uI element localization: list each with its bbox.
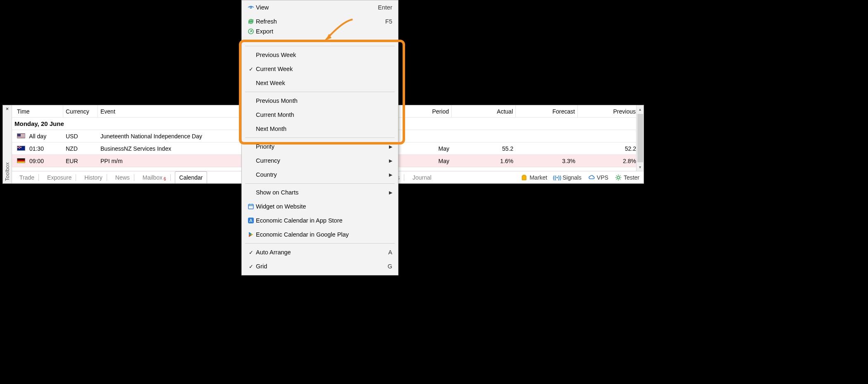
col-currency[interactable]: Currency — [63, 105, 98, 117]
scroll-down-icon[interactable]: ▾ — [639, 163, 641, 171]
tab-calendar[interactable]: Calendar — [175, 171, 207, 183]
menu-app-store[interactable]: A Economic Calendar in App Store — [242, 213, 398, 228]
menu-previous-week-label: Previous Week — [256, 52, 392, 58]
menu-separator — [245, 137, 395, 138]
cell-actual: 55.2 — [452, 145, 516, 152]
tab-history[interactable]: History — [80, 171, 111, 183]
market-icon — [521, 174, 527, 181]
googleplay-icon — [246, 231, 256, 238]
cell-previous: 52.2 — [578, 145, 639, 152]
status-signals[interactable]: ((•)) Signals — [554, 174, 582, 181]
menu-auto-arrange-label: Auto Arrange — [256, 249, 388, 256]
col-previous[interactable]: Previous — [578, 105, 639, 117]
status-vps-label: VPS — [597, 174, 608, 181]
menu-currency[interactable]: Currency ▶ — [242, 154, 398, 168]
tab-mailbox[interactable]: Mailbox 6 — [138, 171, 175, 183]
menu-currency-label: Currency — [256, 157, 389, 164]
status-market-label: Market — [529, 174, 547, 181]
menu-current-month-label: Current Month — [256, 111, 392, 118]
menu-priority[interactable]: Priority ▶ — [242, 140, 398, 154]
menu-widget-label: Widget on Website — [256, 203, 392, 210]
tab-trade[interactable]: Trade — [15, 171, 43, 183]
menu-grid[interactable]: ✓ Grid G — [242, 259, 398, 273]
menu-separator — [245, 183, 395, 184]
calendar-icon — [246, 203, 256, 210]
menu-country[interactable]: Country ▶ — [242, 168, 398, 182]
status-signals-label: Signals — [563, 174, 582, 181]
toolbox-header: × Toolbox — [3, 105, 12, 183]
menu-separator — [245, 46, 395, 46]
flag-us-icon — [17, 133, 25, 138]
cell-time: All day — [14, 133, 63, 140]
svg-line-5 — [616, 175, 617, 176]
menu-view[interactable]: View Enter — [242, 0, 398, 14]
menu-previous-month-label: Previous Month — [256, 97, 392, 104]
col-time[interactable]: Time — [14, 105, 63, 117]
eye-icon — [246, 4, 256, 11]
status-tester-label: Tester — [624, 174, 639, 181]
flag-nz-icon — [17, 146, 25, 151]
menu-next-month[interactable]: Next Month — [242, 122, 398, 136]
svg-point-9 — [250, 7, 252, 8]
cell-forecast: 3.3% — [516, 158, 578, 164]
cell-currency: EUR — [63, 158, 98, 164]
vertical-scrollbar[interactable]: ▴ ▾ — [636, 105, 644, 171]
mailbox-badge: 6 — [164, 177, 166, 181]
svg-point-0 — [617, 176, 620, 179]
menu-separator — [245, 243, 395, 244]
flag-de-icon — [17, 158, 25, 163]
menu-export[interactable]: Export — [242, 28, 398, 38]
time-value: All day — [29, 133, 46, 140]
check-icon: ✓ — [246, 249, 256, 256]
menu-refresh-shortcut: F5 — [385, 18, 392, 25]
menu-auto-arrange-shortcut: A — [388, 249, 392, 256]
col-period[interactable]: Period — [390, 105, 452, 117]
status-tester[interactable]: Tester — [615, 174, 639, 181]
previous-value: 52.2 — [625, 145, 636, 152]
menu-current-week-label: Current Week — [256, 66, 392, 72]
tab-journal[interactable]: Journal — [408, 171, 436, 183]
check-icon: ✓ — [246, 263, 256, 270]
menu-current-month[interactable]: Current Month — [242, 108, 398, 122]
menu-separator — [245, 92, 395, 92]
cell-actual: 1.6% — [452, 158, 516, 164]
scroll-thumb[interactable] — [637, 114, 643, 162]
menu-grid-shortcut: G — [388, 263, 392, 270]
submenu-arrow-icon: ▶ — [389, 172, 392, 178]
context-menu: View Enter Refresh F5 Export Previous We… — [241, 0, 398, 275]
menu-google-play[interactable]: Economic Calendar in Google Play — [242, 228, 398, 242]
svg-line-8 — [620, 175, 620, 176]
menu-current-week[interactable]: ✓ Current Week — [242, 62, 398, 76]
svg-line-6 — [620, 179, 620, 180]
menu-previous-month[interactable]: Previous Month — [242, 94, 398, 108]
tab-news[interactable]: News — [111, 171, 138, 183]
cell-time: 01:30 — [14, 145, 63, 152]
close-icon[interactable]: × — [6, 105, 9, 112]
col-actual[interactable]: Actual — [452, 105, 516, 117]
submenu-arrow-icon: ▶ — [389, 158, 392, 164]
menu-app-store-label: Economic Calendar in App Store — [256, 217, 392, 224]
menu-widget-on-website[interactable]: Widget on Website — [242, 199, 398, 213]
appstore-icon: A — [246, 217, 256, 224]
export-icon — [246, 28, 256, 35]
gear-icon — [615, 174, 622, 181]
panel-title: Toolbox — [5, 162, 10, 181]
menu-next-week[interactable]: Next Week — [242, 76, 398, 90]
refresh-icon — [246, 18, 256, 25]
scroll-up-icon[interactable]: ▴ — [639, 105, 641, 113]
status-bar: Market ((•)) Signals VPS Tester — [521, 171, 644, 183]
menu-auto-arrange[interactable]: ✓ Auto Arrange A — [242, 245, 398, 259]
svg-rect-11 — [248, 204, 253, 209]
status-market[interactable]: Market — [521, 174, 547, 181]
col-forecast[interactable]: Forecast — [516, 105, 578, 117]
tab-exposure[interactable]: Exposure — [43, 171, 80, 183]
tab-strip: Trade Exposure History News Mailbox 6 Ca… — [12, 171, 207, 183]
menu-refresh[interactable]: Refresh F5 — [242, 14, 398, 28]
svg-line-7 — [616, 179, 617, 180]
status-vps[interactable]: VPS — [588, 174, 608, 181]
svg-marker-20 — [251, 234, 253, 235]
cell-period: May — [390, 158, 452, 164]
menu-previous-week[interactable]: Previous Week — [242, 48, 398, 62]
menu-show-on-charts[interactable]: Show on Charts ▶ — [242, 185, 398, 199]
cell-currency: NZD — [63, 145, 98, 152]
